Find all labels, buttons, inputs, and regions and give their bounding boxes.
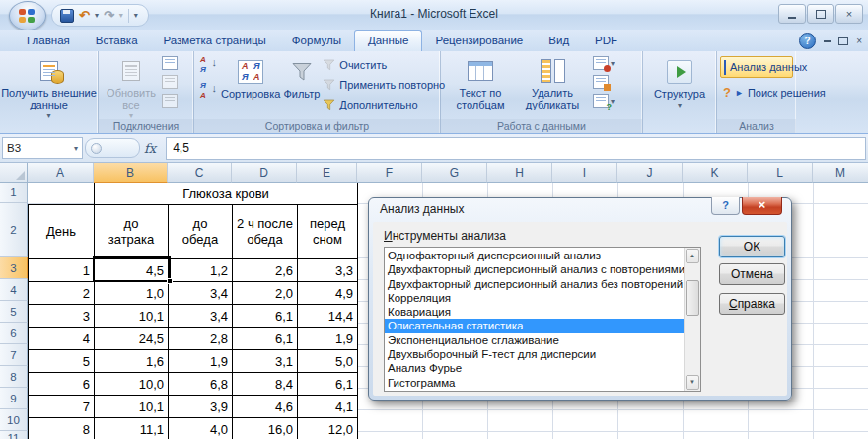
insert-function-icon[interactable]: fx <box>142 141 164 156</box>
cell[interactable]: 8,4 <box>233 373 298 396</box>
customize-qat-icon[interactable]: ▾ <box>134 11 138 20</box>
tab-pdf[interactable]: PDF <box>582 31 630 51</box>
list-item[interactable]: Экспоненциальное сглаживание <box>385 333 684 347</box>
cell[interactable]: 8 <box>29 418 95 439</box>
cell[interactable]: 10,1 <box>95 305 169 328</box>
cell[interactable]: 14,4 <box>298 305 358 328</box>
list-item[interactable]: Ковариация <box>385 305 684 319</box>
restore-button[interactable] <box>807 4 834 24</box>
cell[interactable]: 1 <box>29 259 95 282</box>
cell[interactable]: 11,1 <box>95 418 169 439</box>
undo-icon[interactable]: ↶ <box>79 9 90 22</box>
save-icon[interactable] <box>60 9 74 23</box>
cell[interactable]: 12,0 <box>298 418 358 439</box>
cell[interactable]: 7 <box>29 396 95 418</box>
cell[interactable]: 1,2 <box>169 259 233 282</box>
cell[interactable]: 5,0 <box>298 350 358 373</box>
ok-button[interactable]: OK <box>719 236 785 257</box>
office-button[interactable] <box>9 1 46 31</box>
data-analysis-button[interactable]: Анализ данных <box>720 56 793 78</box>
advanced-filter-button[interactable]: Дополнительно <box>323 96 445 113</box>
cell[interactable]: 24,5 <box>95 328 169 350</box>
cell-a1[interactable] <box>29 183 95 205</box>
header-before-lunch[interactable]: до обеда <box>169 205 233 259</box>
cell[interactable]: 2,0 <box>233 282 298 305</box>
undo-dropdown-icon[interactable]: ▾ <box>95 11 99 20</box>
cell[interactable]: 4,6 <box>233 396 298 418</box>
workbook-restore-button[interactable] <box>838 37 848 45</box>
connection-properties-icon[interactable] <box>162 56 178 70</box>
data-validation-dropdown-icon[interactable]: ▾ <box>611 59 615 68</box>
tab-data[interactable]: Данные <box>354 30 423 51</box>
col-header-j[interactable]: J <box>617 163 683 183</box>
name-box[interactable]: B3 ▾ <box>2 137 83 159</box>
cell[interactable]: 4,1 <box>298 396 358 418</box>
sort-ascending-button[interactable]: АЯ↓ <box>198 54 218 76</box>
solver-button[interactable]: ?► Поиск решения <box>720 84 793 102</box>
cell[interactable]: 2,6 <box>233 259 298 282</box>
col-header-d[interactable]: D <box>232 163 297 183</box>
tab-formulas[interactable]: Формулы <box>279 31 354 51</box>
outline-button[interactable]: Структура ▾ <box>643 54 716 111</box>
list-item[interactable]: Двухвыборочный F-тест для дисперсии <box>385 347 684 361</box>
col-header-i[interactable]: I <box>552 163 617 183</box>
col-header-b[interactable]: B <box>94 163 168 183</box>
cell[interactable]: 3,9 <box>169 396 233 418</box>
cell[interactable]: 4,0 <box>169 418 233 439</box>
cell[interactable]: 1,9 <box>169 350 233 373</box>
dialog-help-button[interactable]: ? <box>711 197 740 215</box>
name-box-dropdown-icon[interactable]: ▾ <box>74 144 78 153</box>
row-header-4[interactable]: 4 <box>0 279 28 301</box>
help-icon[interactable]: ? <box>799 33 816 49</box>
row-header-1[interactable]: 1 <box>0 183 28 203</box>
scroll-up-icon[interactable]: ▲ <box>686 249 699 263</box>
row-header-8[interactable]: 8 <box>0 366 28 388</box>
tab-review[interactable]: Рецензирование <box>422 31 536 51</box>
cell[interactable]: 4,9 <box>298 282 358 305</box>
header-before-sleep[interactable]: перед сном <box>298 205 358 259</box>
table-title-cell[interactable]: Глюкоза крови <box>95 183 358 205</box>
cell[interactable]: 10,1 <box>95 396 169 418</box>
remove-duplicates-button[interactable]: Удалить дубликаты <box>520 53 585 110</box>
col-header-g[interactable]: G <box>422 163 487 183</box>
dialog-close-button[interactable]: × <box>742 197 782 215</box>
row-header-2[interactable]: 2 <box>0 203 28 257</box>
cell[interactable]: 2 <box>29 282 95 305</box>
cell[interactable]: 1,9 <box>298 328 358 350</box>
row-header-3[interactable]: 3 <box>0 257 28 279</box>
formula-input[interactable]: 4,5 <box>166 137 866 160</box>
col-header-k[interactable]: K <box>683 163 748 183</box>
scroll-track[interactable] <box>685 316 700 374</box>
row-header-9[interactable]: 9 <box>0 388 28 409</box>
active-cell-border[interactable] <box>93 256 171 282</box>
cell[interactable]: 6,1 <box>233 328 298 350</box>
tab-home[interactable]: Главная <box>14 31 83 51</box>
cell[interactable]: 6,8 <box>169 373 233 396</box>
row-header-11[interactable]: 11 <box>0 431 28 439</box>
help-button[interactable]: Справка <box>719 293 785 315</box>
get-external-data-button[interactable]: Получить внешние данные ▾ <box>0 53 98 122</box>
filter-button[interactable]: Фильтр <box>283 54 320 113</box>
row-header-7[interactable]: 7 <box>0 344 28 366</box>
cell[interactable]: 3,4 <box>169 305 233 328</box>
minimize-button[interactable] <box>778 4 806 24</box>
col-header-h[interactable]: H <box>487 163 552 183</box>
col-header-f[interactable]: F <box>357 163 422 183</box>
close-button[interactable]: × <box>835 4 863 24</box>
list-item[interactable]: Корреляция <box>385 291 684 305</box>
scroll-thumb[interactable] <box>686 280 699 316</box>
workbook-minimize-button[interactable] <box>824 40 831 42</box>
cell[interactable]: 5 <box>29 350 95 373</box>
cell[interactable]: 16,0 <box>233 418 298 439</box>
col-header-l[interactable]: L <box>748 163 813 183</box>
tab-insert[interactable]: Вставка <box>83 31 151 51</box>
list-item-selected[interactable]: Описательная статистика <box>385 319 684 332</box>
row-header-10[interactable]: 10 <box>0 409 28 431</box>
cell[interactable]: 3,1 <box>233 350 298 373</box>
cell[interactable]: 3 <box>29 305 95 328</box>
analysis-tools-listbox[interactable]: Однофакторный дисперсионный анализ Двухф… <box>384 247 701 392</box>
list-item[interactable]: Анализ Фурье <box>385 361 684 375</box>
header-day[interactable]: День <box>29 205 95 259</box>
cell[interactable]: 3,3 <box>298 259 358 282</box>
col-header-a[interactable]: A <box>28 163 94 183</box>
